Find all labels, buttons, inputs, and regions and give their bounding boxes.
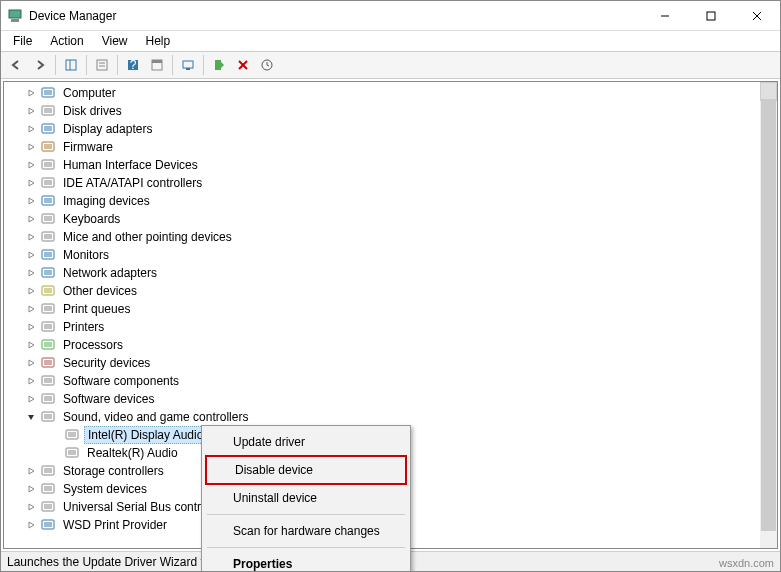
menu-action[interactable]: Action	[42, 32, 91, 50]
expander-icon[interactable]	[24, 140, 38, 154]
svg-rect-60	[68, 432, 76, 437]
context-properties[interactable]: Properties	[205, 551, 407, 572]
tree-item[interactable]: Security devices	[8, 354, 760, 372]
context-disable-device[interactable]: Disable device	[205, 455, 407, 485]
tree-item-label: Human Interface Devices	[60, 157, 201, 173]
help-button[interactable]: ?	[122, 54, 144, 76]
tree-item[interactable]: Software devices	[8, 390, 760, 408]
expander-icon[interactable]	[24, 356, 38, 370]
device-icon	[40, 85, 56, 101]
update-driver-button[interactable]	[256, 54, 278, 76]
expander-icon[interactable]	[24, 302, 38, 316]
device-icon	[40, 499, 56, 515]
tree-item-label: Intel(R) Display Audio	[84, 426, 207, 444]
context-uninstall-device[interactable]: Uninstall device	[205, 485, 407, 511]
device-icon	[40, 517, 56, 533]
expander-icon[interactable]	[24, 122, 38, 136]
properties-button[interactable]	[91, 54, 113, 76]
tree-item[interactable]: Human Interface Devices	[8, 156, 760, 174]
expander-icon[interactable]	[24, 482, 38, 496]
menu-help[interactable]: Help	[138, 32, 179, 50]
device-icon	[40, 229, 56, 245]
svg-rect-48	[44, 324, 52, 329]
tree-item[interactable]: Processors	[8, 336, 760, 354]
tree-item-label: Software devices	[60, 391, 157, 407]
tree-item-label: Firmware	[60, 139, 116, 155]
tree-item[interactable]: Computer	[8, 84, 760, 102]
expander-icon[interactable]	[24, 104, 38, 118]
expander-icon[interactable]	[24, 374, 38, 388]
device-icon	[40, 139, 56, 155]
expander-icon[interactable]	[24, 500, 38, 514]
tree-item[interactable]: Network adapters	[8, 264, 760, 282]
tree-item-label: Monitors	[60, 247, 112, 263]
svg-rect-62	[68, 450, 76, 455]
svg-rect-70	[44, 522, 52, 527]
tree-item-label: Processors	[60, 337, 126, 353]
context-scan-hardware[interactable]: Scan for hardware changes	[205, 518, 407, 544]
titlebar: Device Manager	[1, 1, 780, 31]
tree-item[interactable]: Disk drives	[8, 102, 760, 120]
toolbar-icon[interactable]	[146, 54, 168, 76]
svg-rect-1	[11, 19, 19, 22]
expander-icon[interactable]	[24, 338, 38, 352]
tree-item[interactable]: Imaging devices	[8, 192, 760, 210]
expander-icon[interactable]	[24, 266, 38, 280]
back-button[interactable]	[5, 54, 27, 76]
expander-icon[interactable]	[24, 518, 38, 532]
expander-icon[interactable]	[24, 212, 38, 226]
tree-item[interactable]: Print queues	[8, 300, 760, 318]
tree-item[interactable]: Software components	[8, 372, 760, 390]
tree-item[interactable]: IDE ATA/ATAPI controllers	[8, 174, 760, 192]
tree-item-sound[interactable]: Sound, video and game controllers	[8, 408, 760, 426]
expander-icon[interactable]	[24, 410, 38, 424]
expander-icon[interactable]	[24, 392, 38, 406]
expander-icon[interactable]	[24, 464, 38, 478]
uninstall-button[interactable]	[232, 54, 254, 76]
expander-icon[interactable]	[48, 446, 62, 460]
close-button[interactable]	[734, 1, 780, 31]
tree-item[interactable]: Display adapters	[8, 120, 760, 138]
expander-icon[interactable]	[24, 194, 38, 208]
expander-icon[interactable]	[24, 158, 38, 172]
svg-rect-52	[44, 360, 52, 365]
expander-icon[interactable]	[24, 176, 38, 190]
svg-rect-8	[97, 60, 107, 70]
show-hide-tree-button[interactable]	[60, 54, 82, 76]
app-icon	[7, 8, 23, 24]
expander-icon[interactable]	[48, 428, 62, 442]
forward-button[interactable]	[29, 54, 51, 76]
context-update-driver[interactable]: Update driver	[205, 429, 407, 455]
tree-item[interactable]: Keyboards	[8, 210, 760, 228]
minimize-button[interactable]	[642, 1, 688, 31]
vertical-scrollbar[interactable]	[760, 82, 777, 548]
svg-rect-22	[44, 90, 52, 95]
window-title: Device Manager	[29, 9, 642, 23]
tree-item[interactable]: Printers	[8, 318, 760, 336]
tree-item[interactable]: Firmware	[8, 138, 760, 156]
device-icon	[40, 355, 56, 371]
enable-button[interactable]	[208, 54, 230, 76]
context-separator	[207, 547, 405, 548]
tree-item-label: Mice and other pointing devices	[60, 229, 235, 245]
scan-hardware-button[interactable]	[177, 54, 199, 76]
tree-item-label: Other devices	[60, 283, 140, 299]
svg-rect-17	[215, 60, 221, 70]
svg-rect-3	[707, 12, 715, 20]
svg-text:?: ?	[130, 58, 137, 72]
menu-file[interactable]: File	[5, 32, 40, 50]
tree-item-label: Print queues	[60, 301, 133, 317]
expander-icon[interactable]	[24, 248, 38, 262]
tree-item[interactable]: Mice and other pointing devices	[8, 228, 760, 246]
expander-icon[interactable]	[24, 230, 38, 244]
context-menu: Update driver Disable device Uninstall d…	[201, 425, 411, 572]
expander-icon[interactable]	[24, 320, 38, 334]
menu-view[interactable]: View	[94, 32, 136, 50]
maximize-button[interactable]	[688, 1, 734, 31]
expander-icon[interactable]	[24, 284, 38, 298]
tree-item[interactable]: Other devices	[8, 282, 760, 300]
tree-item-label: WSD Print Provider	[60, 517, 170, 533]
expander-icon[interactable]	[24, 86, 38, 100]
tree-item-label: Sound, video and game controllers	[60, 409, 251, 425]
tree-item[interactable]: Monitors	[8, 246, 760, 264]
